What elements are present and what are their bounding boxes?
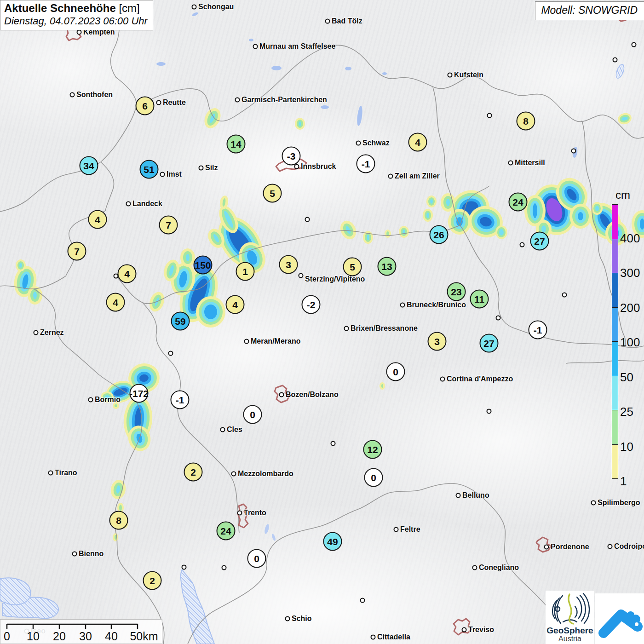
city-marker-dot xyxy=(244,339,249,344)
city-label: Silz xyxy=(205,164,218,172)
geosphere-org-text: GeoSphere xyxy=(546,626,594,636)
snow-patch xyxy=(495,225,507,239)
snow-patch xyxy=(448,209,471,235)
station-value-badge: 3 xyxy=(428,332,447,351)
city-label: Mittersill xyxy=(515,159,545,167)
station-value-badge: -1 xyxy=(171,391,190,409)
city-label: Tirano xyxy=(55,469,77,477)
city-label: Mezzolombardo xyxy=(238,470,293,478)
city-marker-dot xyxy=(294,164,299,169)
city-label: Cittadella xyxy=(377,633,410,641)
scale-label: 40 xyxy=(105,630,118,643)
geosphere-country-text: Austria xyxy=(546,635,594,643)
geosphere-logo: GeoSphere Austria xyxy=(546,591,594,644)
station-value-badge: 49 xyxy=(323,532,342,551)
snow-patch xyxy=(180,248,195,267)
city-label: Cortina d'Ampezzo xyxy=(447,375,513,383)
city-marker-dot xyxy=(126,201,131,207)
city-marker-dot xyxy=(562,293,567,298)
station-value-badge: 13 xyxy=(378,257,397,276)
city-marker-dot xyxy=(544,545,549,550)
city-marker-dot xyxy=(472,565,477,570)
station-value-badge: 4 xyxy=(226,295,245,314)
city-label: Murnau am Staffelsee xyxy=(259,42,335,51)
station-value-badge: 24 xyxy=(509,193,528,212)
station-value-badge: 11 xyxy=(470,290,489,309)
title-unit: [cm] xyxy=(119,2,139,14)
legend-color-bar xyxy=(612,205,618,479)
city-marker-dot xyxy=(253,44,258,49)
city-marker-dot xyxy=(508,161,513,166)
station-value-badge: 27 xyxy=(530,232,549,251)
station-value-badge: 26 xyxy=(430,225,448,244)
mountain-cloud-icon xyxy=(595,593,644,644)
station-value-badge: 0 xyxy=(364,468,383,487)
legend-segment xyxy=(612,307,618,342)
city-label: Schwaz xyxy=(362,139,390,147)
legend-tick-label: 1 xyxy=(620,475,627,487)
city-label: Pordenone xyxy=(551,543,589,551)
snow-patch xyxy=(109,479,127,500)
scale-label: 0 xyxy=(4,630,10,643)
snow-patch xyxy=(592,202,603,215)
station-value-badge: 4 xyxy=(88,210,107,229)
city-label: Conegliano xyxy=(479,564,519,572)
legend-tick-label: 25 xyxy=(620,406,633,418)
city-marker-dot xyxy=(462,627,467,632)
city-marker-dot xyxy=(168,351,173,356)
city-marker-dot xyxy=(160,172,165,177)
city-label: Garmisch-Partenkirchen xyxy=(242,96,327,104)
snow-patch xyxy=(399,226,409,238)
city-marker-dot xyxy=(344,326,349,331)
city-marker-dot xyxy=(487,113,492,118)
city-marker-dot xyxy=(360,598,365,603)
legend-tick-label: 100 xyxy=(620,336,640,348)
city-label: Zell am Ziller xyxy=(395,172,440,180)
city-marker-dot xyxy=(456,493,461,498)
legend-tick-label: 400 xyxy=(620,232,640,244)
station-value-badge: 2 xyxy=(143,571,162,590)
mountain-cloud-logo xyxy=(595,593,644,644)
city-marker-dot xyxy=(613,58,618,63)
city-marker-dot xyxy=(388,174,393,179)
scale-label: 50km xyxy=(130,630,158,643)
station-value-badge: 27 xyxy=(480,334,499,353)
station-value-badge: 8 xyxy=(517,112,535,131)
city-marker-dot xyxy=(235,98,240,103)
city-marker-dot xyxy=(591,500,596,506)
city-marker-dot xyxy=(299,273,304,278)
city-marker-dot xyxy=(487,409,492,414)
snow-depth-legend: cm 4003002001005025101 xyxy=(608,189,644,492)
city-label: Landeck xyxy=(132,200,162,208)
station-value-badge: 0 xyxy=(243,405,262,424)
scale-label: 20 xyxy=(53,630,66,643)
station-value-badge: 150 xyxy=(194,256,213,275)
city-label: Imst xyxy=(167,170,182,178)
legend-tick-label: 10 xyxy=(620,441,633,453)
city-marker-dot xyxy=(279,392,284,397)
station-value-badge: 14 xyxy=(227,135,246,154)
city-marker-dot xyxy=(237,511,242,516)
city-marker-dot xyxy=(608,544,613,549)
city-marker-dot xyxy=(496,316,501,321)
city-label: Bormio xyxy=(95,396,121,404)
city-label: Bad Tölz xyxy=(332,17,362,25)
station-value-badge: 4 xyxy=(118,264,137,283)
city-label: Zernez xyxy=(40,328,64,337)
city-marker-dot xyxy=(331,441,336,446)
station-value-badge: 51 xyxy=(140,160,159,179)
city-marker-dot xyxy=(156,100,161,105)
snow-patch xyxy=(196,296,225,328)
city-label: Feltre xyxy=(400,525,420,534)
city-marker-dot xyxy=(440,377,445,382)
legend-segment xyxy=(612,204,618,239)
city-label: Kufstein xyxy=(454,71,483,79)
station-value-badge: -3 xyxy=(282,147,301,166)
city-marker-dot xyxy=(400,303,405,308)
station-value-badge: -1 xyxy=(356,155,375,173)
snow-patch xyxy=(441,193,455,212)
snow-patch xyxy=(616,112,632,126)
map-scale-bar: 01020304050km xyxy=(0,619,162,644)
city-label: Treviso xyxy=(468,626,494,634)
city-label: Bruneck/Brunico xyxy=(407,301,466,309)
